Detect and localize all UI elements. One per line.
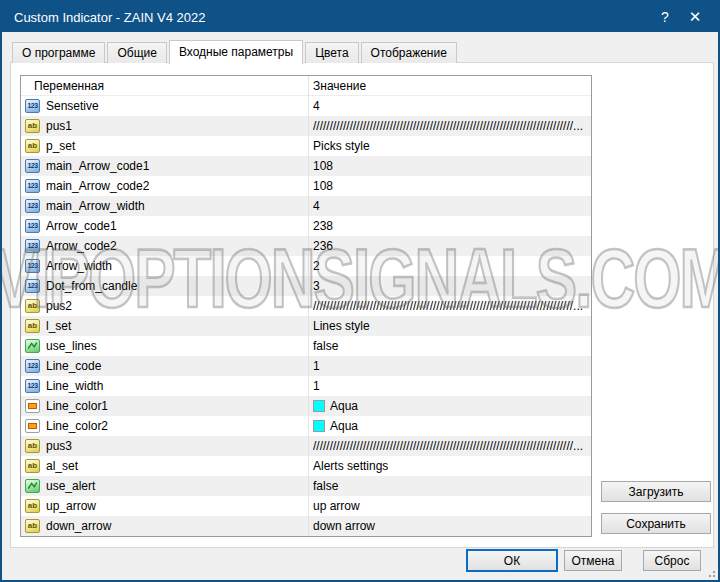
- param-value[interactable]: 1: [313, 356, 589, 376]
- param-name: pus2: [46, 296, 72, 316]
- param-value[interactable]: 2: [313, 256, 589, 276]
- tab-item-2[interactable]: Входные параметры: [169, 40, 303, 64]
- table-row[interactable]: 123main_Arrow_width4: [21, 196, 591, 216]
- string-icon: ab: [25, 139, 40, 153]
- table-row[interactable]: 123Line_width1: [21, 376, 591, 396]
- param-value[interactable]: 108: [313, 156, 589, 176]
- tab-strip: О программеОбщиеВходные параметрыЦветаОт…: [12, 39, 459, 63]
- int-icon: 123: [25, 279, 40, 293]
- param-value[interactable]: Alerts settings: [313, 456, 589, 476]
- tab-item-3[interactable]: Цвета: [305, 42, 358, 63]
- header-value: Значение: [313, 76, 366, 96]
- help-button[interactable]: ?: [650, 2, 680, 32]
- table-row[interactable]: abpus2//////////////////////////////////…: [21, 296, 591, 316]
- param-name: al_set: [46, 456, 78, 476]
- param-value[interactable]: Lines style: [313, 316, 589, 336]
- table-row[interactable]: abl_setLines style: [21, 316, 591, 336]
- param-name: up_arrow: [46, 496, 96, 516]
- param-value[interactable]: 4: [313, 96, 589, 116]
- table-row[interactable]: abpus3//////////////////////////////////…: [21, 436, 591, 456]
- title-bar[interactable]: Custom Indicator - ZAIN V4 2022 ? ✕: [2, 2, 718, 32]
- int-icon: 123: [25, 99, 40, 113]
- param-value[interactable]: 108: [313, 176, 589, 196]
- color-name: Aqua: [330, 416, 358, 436]
- param-value[interactable]: Aqua: [313, 396, 589, 416]
- param-name: Line_width: [46, 376, 103, 396]
- save-button[interactable]: Сохранить: [601, 513, 711, 534]
- int-icon: 123: [25, 259, 40, 273]
- param-value[interactable]: false: [313, 476, 589, 496]
- table-row[interactable]: Line_color2Aqua: [21, 416, 591, 436]
- tab-item-1[interactable]: Общие: [107, 42, 166, 63]
- param-name: Arrow_width: [46, 256, 112, 276]
- param-name: main_Arrow_width: [46, 196, 145, 216]
- table-row[interactable]: abdown_arrowdown arrow: [21, 516, 591, 536]
- param-name: Line_code: [46, 356, 101, 376]
- param-name: pus3: [46, 436, 72, 456]
- int-icon: 123: [25, 159, 40, 173]
- string-icon: ab: [25, 319, 40, 333]
- param-table-body: 123Sensetive4abpus1/////////////////////…: [21, 96, 591, 536]
- table-row[interactable]: 123Sensetive4: [21, 96, 591, 116]
- color-swatch: [313, 400, 325, 412]
- close-button[interactable]: ✕: [680, 2, 710, 32]
- param-value[interactable]: 238: [313, 216, 589, 236]
- table-row[interactable]: Line_color1Aqua: [21, 396, 591, 416]
- load-button[interactable]: Загрузить: [601, 481, 711, 502]
- custom-indicator-dialog: Custom Indicator - ZAIN V4 2022 ? ✕ О пр…: [0, 0, 720, 582]
- table-row[interactable]: 123main_Arrow_code2108: [21, 176, 591, 196]
- param-value[interactable]: ////////////////////////////////////////…: [313, 296, 589, 316]
- int-icon: 123: [25, 219, 40, 233]
- window-title: Custom Indicator - ZAIN V4 2022: [2, 10, 650, 25]
- table-row[interactable]: 123main_Arrow_code1108: [21, 156, 591, 176]
- param-value[interactable]: ////////////////////////////////////////…: [313, 116, 589, 136]
- param-value[interactable]: 3: [313, 276, 589, 296]
- tab-item-4[interactable]: Отображение: [361, 42, 457, 63]
- param-value[interactable]: false: [313, 336, 589, 356]
- table-row[interactable]: use_alertfalse: [21, 476, 591, 496]
- table-row[interactable]: 123Arrow_code1238: [21, 216, 591, 236]
- int-icon: 123: [25, 199, 40, 213]
- param-value[interactable]: up arrow: [313, 496, 589, 516]
- reset-button[interactable]: Сброс: [643, 550, 701, 571]
- param-name: main_Arrow_code1: [46, 156, 149, 176]
- color-swatch: [313, 420, 325, 432]
- param-name: use_lines: [46, 336, 97, 356]
- string-icon: ab: [25, 439, 40, 453]
- param-name: Arrow_code2: [46, 236, 117, 256]
- ok-button[interactable]: ОК: [466, 549, 558, 572]
- param-value[interactable]: 4: [313, 196, 589, 216]
- param-name: Dot_from_candle: [46, 276, 137, 296]
- parameters-table[interactable]: Переменная Значение 123Sensetive4abpus1/…: [20, 75, 592, 537]
- table-row[interactable]: abal_setAlerts settings: [21, 456, 591, 476]
- table-header: Переменная Значение: [21, 76, 591, 96]
- header-variable: Переменная: [34, 76, 104, 96]
- string-icon: ab: [25, 519, 40, 533]
- tab-item-0[interactable]: О программе: [12, 42, 105, 63]
- resize-grip[interactable]: [706, 568, 715, 577]
- column-divider[interactable]: [308, 76, 309, 536]
- table-row[interactable]: abp_setPicks style: [21, 136, 591, 156]
- param-value[interactable]: Picks style: [313, 136, 589, 156]
- table-row[interactable]: abpus1//////////////////////////////////…: [21, 116, 591, 136]
- table-row[interactable]: abup_arrowup arrow: [21, 496, 591, 516]
- param-name: Line_color2: [46, 416, 108, 436]
- color-name: Aqua: [330, 396, 358, 416]
- param-value[interactable]: 1: [313, 376, 589, 396]
- param-value[interactable]: Aqua: [313, 416, 589, 436]
- table-row[interactable]: use_linesfalse: [21, 336, 591, 356]
- table-row[interactable]: 123Line_code1: [21, 356, 591, 376]
- param-name: down_arrow: [46, 516, 111, 536]
- param-value[interactable]: ////////////////////////////////////////…: [313, 436, 589, 456]
- param-value[interactable]: down arrow: [313, 516, 589, 536]
- string-icon: ab: [25, 459, 40, 473]
- param-name: pus1: [46, 116, 72, 136]
- cancel-button[interactable]: Отмена: [564, 550, 622, 571]
- table-row[interactable]: 123Arrow_code2236: [21, 236, 591, 256]
- param-value[interactable]: 236: [313, 236, 589, 256]
- string-icon: ab: [25, 119, 40, 133]
- table-row[interactable]: 123Arrow_width2: [21, 256, 591, 276]
- bool-icon: [25, 479, 40, 493]
- table-row[interactable]: 123Dot_from_candle3: [21, 276, 591, 296]
- bool-icon: [25, 339, 40, 353]
